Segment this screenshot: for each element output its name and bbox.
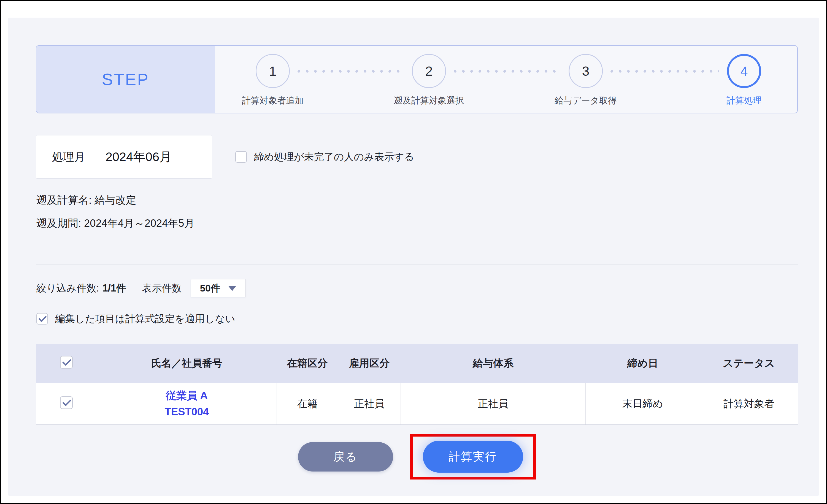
table-row: 従業員 A TEST004 在籍 正社員 正社員 末日締め 計算対象者	[36, 383, 798, 425]
main-panel: STEP 1 計算対象者追加 2 遡及計算対象選択 3 給与データ取得 4 計算…	[8, 18, 819, 496]
step-title: STEP	[102, 70, 150, 89]
back-button[interactable]: 戻る	[298, 442, 393, 471]
employee-number-link[interactable]: TEST004	[97, 404, 277, 420]
no-formula-apply-label: 編集した項目は計算式設定を適用しない	[55, 312, 235, 326]
step-2-label: 遡及計算対象選択	[394, 95, 464, 107]
steps-area: 1 計算対象者追加 2 遡及計算対象選択 3 給与データ取得 4 計算処理	[215, 46, 797, 113]
caret-down-icon	[228, 286, 236, 291]
row-closing-day-cell: 末日締め	[586, 383, 700, 425]
row-enrollment-cell: 在籍	[277, 383, 338, 425]
employee-table: 氏名／社員番号 在籍区分 雇用区分 給与体系 締め日 ステータス 従業員 A T…	[36, 344, 798, 425]
processing-month-label: 処理月	[52, 150, 85, 165]
step-4-calculation: 4 計算処理	[726, 54, 762, 107]
step-connector	[454, 70, 561, 73]
step-connector	[611, 70, 719, 73]
page-size-value: 50件	[200, 282, 221, 295]
header-enrollment-category: 在籍区分	[277, 344, 338, 383]
header-status: ステータス	[700, 344, 798, 383]
step-4-circle: 4	[727, 54, 761, 88]
header-name-employee-number: 氏名／社員番号	[97, 344, 277, 383]
section-divider	[36, 264, 798, 265]
step-title-box: STEP	[36, 46, 215, 113]
step-progress-bar: STEP 1 計算対象者追加 2 遡及計算対象選択 3 給与データ取得 4 計算…	[36, 45, 798, 113]
row-employment-cell: 正社員	[338, 383, 401, 425]
list-controls-row: 絞り込み件数: 1/1件 表示件数 50件	[36, 279, 246, 298]
step-2-retro-selection: 2 遡及計算対象選択	[394, 54, 464, 107]
red-highlight-annotation: 計算実行	[410, 434, 536, 480]
employee-name-link[interactable]: 従業員 A	[97, 388, 277, 404]
select-all-header-cell	[36, 344, 97, 383]
filtered-count-value: 1/1件	[102, 282, 126, 295]
page-size-label: 表示件数	[142, 282, 182, 295]
select-all-checkbox[interactable]	[60, 356, 73, 369]
retro-period: 遡及期間: 2024年4月～2024年5月	[36, 216, 194, 230]
row-status-cell: 計算対象者	[700, 383, 798, 425]
header-employment-category: 雇用区分	[338, 344, 401, 383]
action-buttons-row: 戻る 計算実行	[36, 433, 798, 480]
no-formula-apply-checkbox[interactable]	[36, 313, 48, 325]
header-salary-system: 給与体系	[401, 344, 586, 383]
step-3-get-payroll-data: 3 給与データ取得	[554, 54, 617, 107]
row-salary-system-cell: 正社員	[401, 383, 586, 425]
step-4-label: 計算処理	[726, 95, 762, 107]
processing-month-value: 2024年06月	[105, 149, 172, 165]
month-row: 処理月 2024年06月 締め処理が未完了の人のみ表示する	[36, 135, 414, 179]
step-connector	[297, 70, 404, 73]
execute-calculation-button[interactable]: 計算実行	[423, 441, 523, 472]
retro-calculation-name: 遡及計算名: 給与改定	[36, 193, 136, 207]
row-name-cell: 従業員 A TEST004	[97, 383, 277, 425]
step-2-circle: 2	[412, 54, 446, 88]
processing-month-field[interactable]: 処理月 2024年06月	[36, 135, 212, 179]
header-closing-day: 締め日	[586, 344, 700, 383]
step-3-label: 給与データ取得	[554, 95, 617, 107]
page-size-dropdown[interactable]: 50件	[191, 279, 246, 297]
table-header-row: 氏名／社員番号 在籍区分 雇用区分 給与体系 締め日 ステータス	[36, 344, 798, 383]
filtered-count-label: 絞り込み件数:	[36, 282, 99, 295]
edit-formula-row: 編集した項目は計算式設定を適用しない	[36, 312, 235, 325]
incomplete-only-label: 締め処理が未完了の人のみ表示する	[254, 150, 414, 164]
step-3-circle: 3	[569, 54, 603, 88]
row-select-checkbox[interactable]	[60, 396, 73, 409]
row-checkbox-cell	[36, 383, 97, 425]
step-1-add-targets: 1 計算対象者追加	[242, 54, 304, 107]
step-1-label: 計算対象者追加	[242, 95, 304, 107]
step-1-circle: 1	[256, 54, 290, 88]
incomplete-only-checkbox[interactable]	[235, 151, 247, 163]
